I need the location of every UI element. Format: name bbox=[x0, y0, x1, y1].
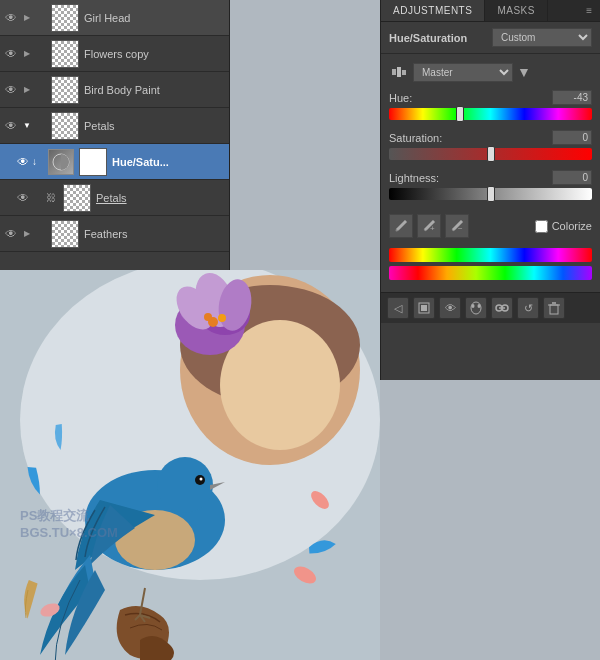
channel-icon bbox=[389, 62, 409, 82]
link-button[interactable] bbox=[491, 297, 513, 319]
tab-adjustments[interactable]: ADJUSTMENTS bbox=[381, 0, 485, 21]
hue-thumb[interactable] bbox=[456, 106, 464, 122]
eyedropper-button[interactable] bbox=[389, 214, 413, 238]
expand-icon[interactable]: ▶ bbox=[20, 83, 34, 97]
svg-point-36 bbox=[200, 478, 203, 481]
svg-rect-3 bbox=[402, 70, 406, 75]
forward-button[interactable] bbox=[413, 297, 435, 319]
lightness-value[interactable] bbox=[552, 170, 592, 185]
adjustments-tabs: ADJUSTMENTS MASKS ≡ bbox=[381, 0, 600, 22]
hue-track[interactable] bbox=[389, 108, 592, 120]
adjustment-title: Hue/Saturation bbox=[389, 32, 492, 44]
adjustment-bottom-toolbar: ◁ 👁 ↺ bbox=[381, 292, 600, 323]
layer-thumbnail bbox=[51, 40, 79, 68]
lightness-label-row: Lightness: bbox=[389, 170, 592, 185]
adjustment-title-row: Hue/Saturation Custom bbox=[381, 22, 600, 54]
mask-button[interactable] bbox=[465, 297, 487, 319]
lightness-thumb[interactable] bbox=[487, 186, 495, 202]
eyedropper-add-button[interactable]: + bbox=[417, 214, 441, 238]
canvas-area: PS教程交流 BGS.TU×8.COM bbox=[0, 270, 380, 660]
back-button[interactable]: ◁ bbox=[387, 297, 409, 319]
preset-select[interactable]: Custom bbox=[492, 28, 592, 47]
saturation-label-row: Saturation: bbox=[389, 130, 592, 145]
layer-row[interactable]: 👁 ▶ Bird Body Paint bbox=[0, 72, 229, 108]
link-icon bbox=[34, 11, 48, 25]
artwork-svg bbox=[0, 270, 380, 660]
visibility-icon[interactable]: 👁 bbox=[2, 117, 20, 135]
watermark: PS教程交流 BGS.TU×8.COM bbox=[20, 507, 118, 540]
visibility-icon[interactable]: 👁 bbox=[14, 189, 32, 207]
lightness-track[interactable] bbox=[389, 188, 592, 200]
visibility-icon[interactable]: 👁 bbox=[14, 153, 32, 171]
layer-name: Petals bbox=[82, 120, 227, 132]
hue-value[interactable] bbox=[552, 90, 592, 105]
link-icon bbox=[34, 83, 48, 97]
layer-name: Bird Body Paint bbox=[82, 84, 227, 96]
expand-icon[interactable]: ▶ bbox=[20, 47, 34, 61]
colorize-label: Colorize bbox=[552, 220, 592, 232]
channel-row: Master Reds Yellows Greens Cyans Blues M… bbox=[389, 62, 592, 82]
layer-name: Petals bbox=[94, 192, 227, 204]
spectrum-bar-2 bbox=[389, 266, 592, 280]
svg-text:+: + bbox=[430, 224, 435, 233]
layer-name: Girl Head bbox=[82, 12, 227, 24]
expand-icon[interactable]: ▼ bbox=[20, 119, 34, 133]
layer-row[interactable]: 👁 ▼ Petals bbox=[0, 108, 229, 144]
saturation-track[interactable] bbox=[389, 148, 592, 160]
svg-point-4 bbox=[396, 230, 398, 232]
svg-point-11 bbox=[478, 304, 481, 308]
watermark-line1: PS教程交流 bbox=[20, 507, 118, 525]
hue-label-row: Hue: bbox=[389, 90, 592, 105]
spectrum-bar bbox=[389, 248, 592, 262]
saturation-value[interactable] bbox=[552, 130, 592, 145]
lightness-label: Lightness: bbox=[389, 172, 439, 184]
expand-icon[interactable]: ▶ bbox=[20, 11, 34, 25]
saturation-thumb[interactable] bbox=[487, 146, 495, 162]
svg-rect-2 bbox=[397, 67, 401, 77]
svg-point-31 bbox=[204, 313, 212, 321]
channel-dropdown-icon[interactable]: ▼ bbox=[517, 64, 531, 80]
svg-text:−: − bbox=[458, 224, 463, 233]
layer-row[interactable]: 👁 ▶ Feathers bbox=[0, 216, 229, 252]
svg-point-30 bbox=[218, 314, 226, 322]
colorize-checkbox[interactable] bbox=[535, 220, 548, 233]
layer-row-hue-saturation[interactable]: 👁 ↓ Hue/Satu... bbox=[0, 144, 229, 180]
layer-row[interactable]: 👁 ▶ Girl Head bbox=[0, 0, 229, 36]
visibility-icon[interactable]: 👁 bbox=[2, 45, 20, 63]
adjustment-icon bbox=[48, 149, 74, 175]
link-icon bbox=[34, 119, 48, 133]
close-panel-button[interactable]: ≡ bbox=[578, 0, 600, 21]
layer-thumbnail bbox=[63, 184, 91, 212]
layer-thumbnail bbox=[51, 112, 79, 140]
saturation-slider-row: Saturation: bbox=[389, 130, 592, 160]
refresh-button[interactable]: ↺ bbox=[517, 297, 539, 319]
channel-select[interactable]: Master Reds Yellows Greens Cyans Blues M… bbox=[413, 63, 513, 82]
link-icon bbox=[34, 227, 48, 241]
watermark-line2: BGS.TU×8.COM bbox=[20, 525, 118, 540]
tab-masks[interactable]: MASKS bbox=[485, 0, 548, 21]
layer-mask-thumbnail bbox=[79, 148, 107, 176]
svg-rect-8 bbox=[421, 305, 427, 311]
layers-panel: 👁 ▶ Girl Head 👁 ▶ Flowers copy 👁 ▶ Bird … bbox=[0, 0, 230, 270]
eye-button[interactable]: 👁 bbox=[439, 297, 461, 319]
layer-name: Flowers copy bbox=[82, 48, 227, 60]
layer-row[interactable]: 👁 ⛓ Petals bbox=[0, 180, 229, 216]
layer-row[interactable]: 👁 ▶ Flowers copy bbox=[0, 36, 229, 72]
svg-point-10 bbox=[472, 304, 475, 308]
svg-point-9 bbox=[471, 302, 481, 314]
hue-slider-row: Hue: bbox=[389, 90, 592, 120]
layer-thumbnail bbox=[51, 4, 79, 32]
layer-thumbnail bbox=[51, 76, 79, 104]
link-icon bbox=[34, 47, 48, 61]
hue-label: Hue: bbox=[389, 92, 412, 104]
layer-name: Hue/Satu... bbox=[110, 156, 227, 168]
svg-point-34 bbox=[157, 457, 213, 513]
expand-icon[interactable]: ▶ bbox=[20, 227, 34, 241]
delete-button[interactable] bbox=[543, 297, 565, 319]
colorize-row: Colorize bbox=[535, 220, 592, 233]
visibility-icon[interactable]: 👁 bbox=[2, 225, 20, 243]
visibility-icon[interactable]: 👁 bbox=[2, 9, 20, 27]
eyedropper-subtract-button[interactable]: − bbox=[445, 214, 469, 238]
saturation-label: Saturation: bbox=[389, 132, 442, 144]
visibility-icon[interactable]: 👁 bbox=[2, 81, 20, 99]
